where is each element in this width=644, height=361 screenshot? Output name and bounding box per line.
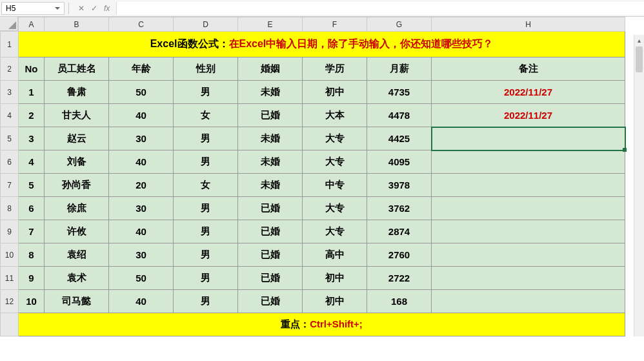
- row-header-3[interactable]: 3: [1, 81, 19, 104]
- footer-cell[interactable]: 重点：Ctrl+Shift+;: [19, 313, 625, 336]
- cell-name[interactable]: 徐庶: [45, 197, 109, 220]
- cell-no[interactable]: 9: [19, 267, 45, 290]
- header-remark[interactable]: 备注: [432, 57, 625, 81]
- cell-marriage[interactable]: 未婚: [238, 127, 303, 150]
- cell-name[interactable]: 赵云: [45, 127, 109, 150]
- cell-no[interactable]: 6: [19, 197, 45, 220]
- cell-gender[interactable]: 女: [174, 104, 238, 127]
- cell-salary[interactable]: 4735: [367, 81, 432, 104]
- cell-remark[interactable]: [432, 243, 625, 267]
- cell-education[interactable]: 大专: [303, 150, 367, 174]
- cell-no[interactable]: 10: [19, 290, 45, 313]
- col-header-G[interactable]: G: [367, 17, 432, 32]
- cell-age[interactable]: 50: [109, 267, 174, 290]
- scroll-up-icon[interactable]: ▴: [634, 35, 644, 45]
- cell-gender[interactable]: 男: [174, 290, 238, 313]
- cell-salary[interactable]: 2874: [367, 220, 432, 243]
- cell-gender[interactable]: 男: [174, 150, 238, 174]
- col-header-F[interactable]: F: [303, 17, 367, 32]
- cell-gender[interactable]: 男: [174, 127, 238, 150]
- cell-salary[interactable]: 168: [367, 290, 432, 313]
- cell-remark[interactable]: [432, 150, 625, 174]
- cell-no[interactable]: 4: [19, 150, 45, 174]
- cell-age[interactable]: 30: [109, 127, 174, 150]
- cell-marriage[interactable]: 已婚: [238, 104, 303, 127]
- cell-remark[interactable]: [432, 267, 625, 290]
- row-header-6[interactable]: 6: [1, 150, 19, 174]
- row-header-9[interactable]: 9: [1, 220, 19, 243]
- col-header-C[interactable]: C: [109, 17, 174, 32]
- fx-icon[interactable]: fx: [104, 4, 110, 13]
- cell-salary[interactable]: 2722: [367, 267, 432, 290]
- cell-age[interactable]: 20: [109, 174, 174, 197]
- name-box[interactable]: H5: [1, 2, 65, 15]
- row-header-7[interactable]: 7: [1, 174, 19, 197]
- cell-education[interactable]: 大本: [303, 104, 367, 127]
- cell-education[interactable]: 初中: [303, 290, 367, 313]
- col-header-D[interactable]: D: [174, 17, 238, 32]
- row-header-10[interactable]: 10: [1, 243, 19, 267]
- cell-marriage[interactable]: 已婚: [238, 243, 303, 267]
- cell-salary[interactable]: 4425: [367, 127, 432, 150]
- cell-marriage[interactable]: 未婚: [238, 174, 303, 197]
- cell-education[interactable]: 中专: [303, 174, 367, 197]
- cell-remark[interactable]: [432, 174, 625, 197]
- cell-age[interactable]: 40: [109, 290, 174, 313]
- cell-education[interactable]: 初中: [303, 267, 367, 290]
- cell-marriage[interactable]: 已婚: [238, 267, 303, 290]
- cell-age[interactable]: 40: [109, 220, 174, 243]
- cell-education[interactable]: 大专: [303, 197, 367, 220]
- col-header-E[interactable]: E: [238, 17, 303, 32]
- cell-education[interactable]: 大专: [303, 127, 367, 150]
- cell-marriage[interactable]: 已婚: [238, 220, 303, 243]
- row-header-5[interactable]: 5: [1, 127, 19, 150]
- cell-no[interactable]: 5: [19, 174, 45, 197]
- cell-no[interactable]: 3: [19, 127, 45, 150]
- select-all-corner[interactable]: [1, 17, 19, 32]
- cell-name[interactable]: 司马懿: [45, 290, 109, 313]
- cell-education[interactable]: 大专: [303, 220, 367, 243]
- cell-salary[interactable]: 4478: [367, 104, 432, 127]
- cell-remark[interactable]: 2022/11/27: [432, 104, 625, 127]
- cell-marriage[interactable]: 已婚: [238, 290, 303, 313]
- row-header-1[interactable]: 1: [1, 32, 19, 57]
- formula-input[interactable]: [116, 2, 644, 15]
- cell-remark[interactable]: [432, 290, 625, 313]
- cell-remark[interactable]: 2022/11/27: [432, 81, 625, 104]
- cell-salary[interactable]: 3978: [367, 174, 432, 197]
- header-marriage[interactable]: 婚姻: [238, 57, 303, 81]
- cell-name[interactable]: 孙尚香: [45, 174, 109, 197]
- cell-name[interactable]: 袁术: [45, 267, 109, 290]
- cell-no[interactable]: 1: [19, 81, 45, 104]
- title-cell[interactable]: Excel函数公式：在Excel中输入日期，除了手动输入，你还知道哪些技巧？: [19, 32, 625, 57]
- cell-remark-selected[interactable]: [432, 127, 625, 150]
- cell-gender[interactable]: 男: [174, 197, 238, 220]
- header-age[interactable]: 年龄: [109, 57, 174, 81]
- cell-gender[interactable]: 男: [174, 267, 238, 290]
- header-gender[interactable]: 性别: [174, 57, 238, 81]
- cancel-icon[interactable]: ✕: [78, 4, 85, 13]
- col-header-B[interactable]: B: [45, 17, 109, 32]
- cell-gender[interactable]: 男: [174, 220, 238, 243]
- cell-marriage[interactable]: 已婚: [238, 197, 303, 220]
- row-header-13[interactable]: [1, 313, 19, 336]
- header-no[interactable]: No: [19, 57, 45, 81]
- row-header-11[interactable]: 11: [1, 267, 19, 290]
- scroll-thumb[interactable]: [636, 46, 643, 72]
- cell-no[interactable]: 2: [19, 104, 45, 127]
- header-education[interactable]: 学历: [303, 57, 367, 81]
- row-header-12[interactable]: 12: [1, 290, 19, 313]
- cell-salary[interactable]: 2760: [367, 243, 432, 267]
- cell-gender[interactable]: 男: [174, 243, 238, 267]
- cell-name[interactable]: 鲁肃: [45, 81, 109, 104]
- cell-name[interactable]: 许攸: [45, 220, 109, 243]
- cell-education[interactable]: 高中: [303, 243, 367, 267]
- cell-remark[interactable]: [432, 220, 625, 243]
- cell-age[interactable]: 30: [109, 243, 174, 267]
- col-header-A[interactable]: A: [19, 17, 45, 32]
- cell-age[interactable]: 40: [109, 104, 174, 127]
- cell-salary[interactable]: 4095: [367, 150, 432, 174]
- cell-age[interactable]: 30: [109, 197, 174, 220]
- row-header-2[interactable]: 2: [1, 57, 19, 81]
- row-header-4[interactable]: 4: [1, 104, 19, 127]
